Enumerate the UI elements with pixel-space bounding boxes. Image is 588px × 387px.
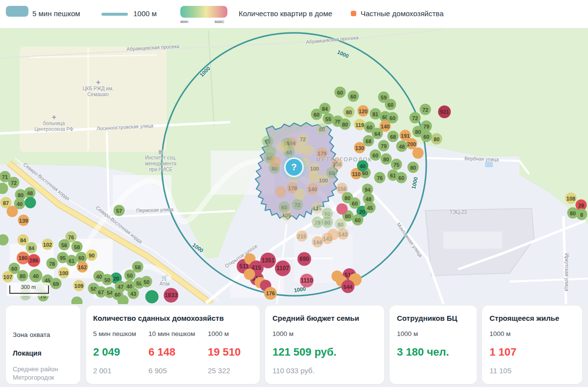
map-dot[interactable] [7, 206, 18, 217]
private-households-label: Частные домохозяйства [361, 9, 443, 18]
map-dot[interactable]: 80 [343, 106, 355, 118]
map-dot[interactable]: 135 [312, 203, 323, 214]
map-dot[interactable] [413, 148, 424, 159]
map-dot[interactable]: 76 [374, 172, 386, 183]
map-dot[interactable]: 143 [338, 229, 349, 240]
map-dot[interactable] [303, 145, 314, 156]
map-dot[interactable]: 1351 [260, 253, 276, 268]
map-dot[interactable] [277, 142, 289, 153]
map-dot[interactable] [72, 297, 83, 305]
map-dot[interactable]: 60 [348, 91, 359, 102]
map-dot[interactable]: 40 [29, 269, 43, 283]
building-icon: ▦ [145, 149, 176, 155]
map-dot[interactable] [118, 295, 129, 305]
map-dot[interactable]: 72 [420, 104, 431, 115]
map-dot[interactable]: 59 [262, 136, 273, 147]
map-dot[interactable]: 69 [50, 278, 62, 289]
map-dot[interactable]: 48 [396, 141, 408, 152]
map-dot[interactable]: 107 [2, 271, 14, 283]
map-dot[interactable]: 140 [307, 183, 318, 195]
map-dot[interactable]: 80 [322, 217, 333, 228]
map-dot[interactable]: 90 [86, 250, 98, 261]
map-dot[interactable] [244, 269, 255, 280]
map-dot[interactable]: 72 [292, 199, 303, 210]
map-dot[interactable]: 57 [114, 205, 125, 216]
map-dot[interactable]: 72 [410, 112, 421, 124]
map-dot[interactable]: 690 [297, 252, 311, 266]
map-dot[interactable]: 40 [357, 160, 368, 172]
map-dot[interactable]: 162 [77, 261, 88, 273]
map-dot[interactable]: 43 [128, 288, 139, 299]
map-dot[interactable]: 75 [391, 159, 402, 170]
map-dot[interactable]: 80 [340, 119, 351, 130]
map-dot[interactable] [265, 146, 276, 157]
construction-card: Строящееся жилье 1000 м 1 107 11 105 [482, 306, 582, 384]
map-dot[interactable] [25, 197, 36, 208]
map-dot[interactable]: 78 [47, 258, 58, 269]
map-dot[interactable]: 100 [58, 267, 70, 279]
map-dot[interactable]: 79 [378, 140, 390, 152]
map-dot[interactable]: 102 [42, 239, 53, 250]
map-dot[interactable]: 1110 [300, 274, 314, 287]
map-dot[interactable]: 80 [408, 162, 419, 173]
map-dot[interactable] [270, 156, 281, 168]
map-canvas[interactable]: Метрогородок Абрамцевская просекаАбрамце… [0, 28, 588, 304]
map-dot[interactable]: 80 [381, 154, 392, 165]
map-dot[interactable]: 921 [438, 105, 451, 118]
map-dot[interactable]: 60 [335, 87, 346, 98]
map-dot[interactable]: 80 [317, 124, 328, 135]
map-dot[interactable]: 58 [72, 241, 83, 253]
map-dot[interactable]: 109 [74, 280, 85, 291]
map-dot[interactable]: 130 [354, 142, 366, 154]
map-dot[interactable]: 60 [421, 131, 432, 142]
map-dot[interactable]: 60 [385, 99, 396, 110]
map-dot[interactable]: 176 [264, 287, 277, 300]
street-label: Иркутская улица [564, 253, 569, 291]
map-dot[interactable]: 286 [27, 254, 40, 267]
map-dot[interactable]: 50 [141, 276, 152, 287]
map-dot[interactable]: 60 [352, 214, 364, 226]
map-dot[interactable]: 144 [312, 236, 323, 248]
map-dot[interactable]: 72 [8, 177, 20, 188]
map-dot[interactable]: 8 [576, 209, 588, 220]
map-dot[interactable] [275, 186, 287, 198]
map-dot[interactable]: 1107 [275, 260, 291, 276]
map-dot[interactable]: 80 [342, 192, 353, 204]
map-dot[interactable]: 56 [59, 239, 70, 251]
households-1000m-value: 19 510 [208, 346, 241, 359]
map-dot[interactable]: 45 [365, 202, 376, 213]
map-dot[interactable]: 1833 [164, 288, 178, 303]
map-dot[interactable]: 84 [26, 242, 37, 254]
radius-label: 1000 м [133, 9, 157, 18]
scale-label: 300 m [7, 284, 50, 290]
map-dot[interactable]: 60 [370, 150, 381, 161]
map-dot[interactable]: 60 [396, 172, 407, 183]
map-dot[interactable]: 544 [342, 280, 355, 293]
map-dot[interactable]: 108 [565, 193, 577, 204]
map-dot[interactable]: 100 [318, 175, 329, 186]
location-marker[interactable]: ? [284, 157, 304, 177]
map-dot[interactable]: 139 [18, 215, 29, 226]
households-col-10min-header: 10 мин пешком [148, 330, 195, 337]
map-dot[interactable]: 80 [431, 133, 442, 145]
map-dot[interactable]: 68 [388, 131, 399, 142]
bc-employees-card: Сотрудников БЦ 1000 м 3 180 чел. [390, 306, 477, 384]
map-dot[interactable]: 140 [380, 121, 391, 132]
map-dot[interactable]: 50 [124, 270, 136, 281]
households-col-5min-header: 5 мин пешком [93, 330, 136, 337]
map-dot[interactable] [328, 229, 339, 240]
map-dot[interactable] [337, 204, 348, 215]
map-dot[interactable]: 60 [311, 109, 322, 120]
walk5-zone-label: 5 мин пешком [32, 9, 80, 18]
map-dot[interactable]: 80 [17, 270, 28, 282]
map-dot[interactable] [294, 189, 306, 200]
map-dot[interactable]: 120 [358, 105, 369, 117]
map-dot[interactable]: 179 [317, 148, 328, 159]
map-dot[interactable]: 215 [296, 231, 308, 242]
map-dot[interactable] [146, 290, 159, 304]
map-legend-bar: 5 мин пешком 1000 м мин макс Количество … [0, 0, 588, 28]
map-dot[interactable]: 60 [279, 202, 290, 213]
bc-employees-zone: 1000 м [397, 330, 418, 337]
map-dot[interactable]: 50 [102, 274, 113, 285]
map-dot[interactable] [308, 172, 319, 183]
